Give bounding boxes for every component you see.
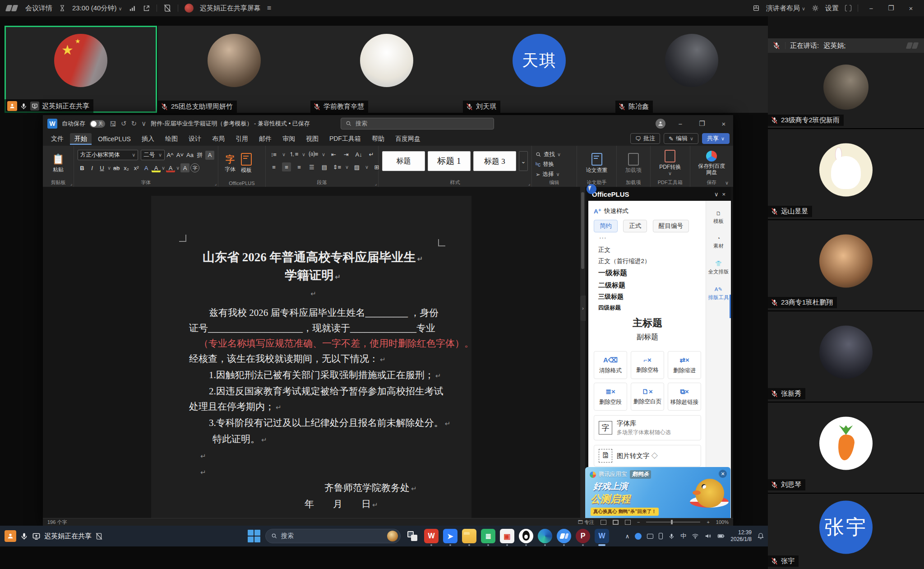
participant-tile[interactable]: 25团总支助理周妍竹 xyxy=(158,26,310,113)
pane-close-icon[interactable]: × xyxy=(722,191,725,198)
tab-baidu-pan[interactable]: 百度网盘 xyxy=(391,133,425,145)
dialog-launcher-icon[interactable]: ⌟ xyxy=(215,181,217,186)
participant-tile[interactable]: 学前教育辛慧 xyxy=(310,26,463,113)
mail-tray-icon[interactable] xyxy=(647,534,653,539)
focus-mode-button[interactable]: 🗔 专注 xyxy=(578,519,594,526)
docs-app-icon[interactable]: ➤ xyxy=(443,529,457,543)
font-library-card[interactable]: 字 字体库 多场景字体素材随心选 xyxy=(594,415,701,440)
bold-button[interactable]: B xyxy=(78,163,87,172)
word-app-icon[interactable]: W xyxy=(595,529,609,543)
start-button[interactable] xyxy=(247,529,261,543)
officeplus-template-button[interactable]: 模板 xyxy=(238,148,254,178)
rail-layout-tools-button[interactable]: A✎排版工具 xyxy=(708,286,729,301)
char-shading-button[interactable]: A xyxy=(180,163,189,172)
select-button[interactable]: ➢ 选择 ∨ xyxy=(536,171,573,178)
officeplus-font-button[interactable]: 字 字体 xyxy=(222,148,238,178)
rail-template-button[interactable]: 🗋模板 xyxy=(713,211,724,225)
underline-button[interactable]: U xyxy=(97,163,106,172)
chevron-down-icon[interactable]: ∨ xyxy=(141,120,146,128)
style-item-h2[interactable]: 二级标题 xyxy=(594,278,701,290)
style-heading1[interactable]: 标题 1 xyxy=(428,151,471,171)
style-item-body-indent[interactable]: 正文（首行缩进2） xyxy=(594,254,701,265)
pane-collapse-icon[interactable]: ∨ xyxy=(714,191,719,198)
speaker-layout-button[interactable]: 演讲者布局 ∨ xyxy=(766,4,805,13)
bullets-button[interactable]: ⁝≡ xyxy=(269,150,278,159)
style-normal[interactable]: 标题 xyxy=(382,151,425,171)
tab-references[interactable]: 引用 xyxy=(231,133,253,145)
find-button[interactable]: 查找 ∨ xyxy=(536,151,573,158)
mic-tray-icon[interactable] xyxy=(668,533,675,540)
decrease-indent-button[interactable]: ⇤ xyxy=(329,150,338,159)
tab-help[interactable]: 帮助 xyxy=(367,133,389,145)
clock[interactable]: 12:39 2026/1/8 xyxy=(730,529,752,543)
participant-tile[interactable]: 张新秀 xyxy=(768,311,924,402)
preset-numbered[interactable]: 醒目编号 xyxy=(653,220,689,232)
print-layout-icon[interactable] xyxy=(613,520,619,525)
ad-close-icon[interactable]: ✕ xyxy=(719,470,727,478)
word-count[interactable]: 196 个字 xyxy=(47,519,67,526)
italic-button[interactable]: I xyxy=(88,163,97,172)
tab-design[interactable]: 设计 xyxy=(184,133,206,145)
autosave-toggle[interactable]: 关 xyxy=(90,120,105,128)
paper-check-button[interactable]: 论文查重 xyxy=(581,148,613,178)
phone-link-icon[interactable] xyxy=(659,533,663,539)
tab-officeplus[interactable]: OfficePLUS xyxy=(93,134,135,144)
subscript-button[interactable]: x₂ xyxy=(122,163,131,172)
rail-assets-button[interactable]: ◔素材 xyxy=(713,236,724,250)
participant-tile[interactable]: 刘思琴 xyxy=(768,402,924,494)
word-minimize-button[interactable]: − xyxy=(674,120,687,128)
collapse-ribbon-icon[interactable]: ∨ xyxy=(725,180,729,186)
notifications-bell-icon[interactable] xyxy=(757,532,764,540)
read-mode-icon[interactable] xyxy=(601,520,606,525)
preset-more[interactable]: ··· xyxy=(594,232,612,243)
network-signal-icon[interactable] xyxy=(129,5,136,12)
file-explorer-icon[interactable] xyxy=(462,529,476,543)
participant-tile[interactable]: 23商专1班杜鹏翔 xyxy=(768,220,924,311)
comments-button[interactable]: 🗨 批注 xyxy=(630,133,660,144)
screen-share-icon[interactable] xyxy=(32,532,41,541)
wps-app-icon[interactable]: W xyxy=(424,529,439,543)
numbering-button[interactable]: ⒈≡ xyxy=(289,150,298,159)
settings-button[interactable]: 设置 xyxy=(825,4,839,13)
tab-home[interactable]: 开始 xyxy=(70,133,92,145)
participant-tile[interactable]: 陈冶鑫 xyxy=(615,26,768,113)
red-app-icon[interactable]: P xyxy=(576,529,590,543)
style-item-body[interactable]: 正文 xyxy=(594,243,701,254)
sort-button[interactable]: A↓ xyxy=(354,150,363,159)
recording-off-icon[interactable] xyxy=(163,4,171,12)
multilevel-list-button[interactable]: ⒜≡ xyxy=(309,150,318,159)
redo-icon[interactable]: ↻ xyxy=(131,120,137,128)
remove-indent-button[interactable]: ⇄×删除缩进 xyxy=(668,351,701,379)
show-marks-button[interactable]: ↵ xyxy=(367,150,376,159)
strikethrough-button[interactable]: ab xyxy=(112,163,121,172)
maximize-button[interactable]: ❐ xyxy=(884,4,898,12)
tab-mailings[interactable]: 邮件 xyxy=(254,133,276,145)
grow-font-button[interactable]: A^ xyxy=(166,151,175,160)
editing-mode-button[interactable]: ✎ 编辑 ∨ xyxy=(664,133,698,144)
clear-format-button[interactable]: 拼 xyxy=(195,151,204,160)
word-restore-button[interactable]: ❐ xyxy=(695,120,709,128)
task-view-button[interactable] xyxy=(405,529,420,543)
preset-simple[interactable]: 简约 xyxy=(594,220,618,232)
meeting-details-button[interactable]: 会议详情 xyxy=(25,4,52,13)
word-close-button[interactable]: × xyxy=(717,120,730,128)
notes-app-icon[interactable]: ≣ xyxy=(481,529,495,543)
ime-indicator[interactable]: 中 xyxy=(680,532,686,540)
pdf-convert-button[interactable]: PDF转换 ∨ xyxy=(654,148,686,178)
justify-button[interactable]: ☰ xyxy=(307,162,316,171)
clipboard-app-icon[interactable]: ▣ xyxy=(500,529,514,543)
open-in-window-icon[interactable] xyxy=(143,5,150,12)
sharing-list-icon[interactable]: ≡ xyxy=(267,4,271,12)
document-page[interactable]: 山东省 2026 年普通高校专科应届毕业生↵ 学籍证明↵ ↵ 兹有我校 2026… xyxy=(151,196,471,518)
minimize-button[interactable]: − xyxy=(864,5,878,12)
dialog-launcher-icon[interactable]: ⌟ xyxy=(70,181,72,186)
style-item-h1[interactable]: 一级标题 xyxy=(594,265,701,278)
zoom-out-icon[interactable]: − xyxy=(637,519,640,525)
shading-button[interactable]: ▨ xyxy=(352,162,361,171)
remove-hyperlinks-button[interactable]: ⧉×移除超链接 xyxy=(668,383,701,411)
dialog-launcher-icon[interactable]: ⌟ xyxy=(375,181,377,186)
cloud-tray-icon[interactable] xyxy=(635,533,642,540)
style-item-h4[interactable]: 四级标题 xyxy=(594,301,701,312)
zoom-slider-thumb[interactable] xyxy=(671,520,673,524)
shrink-font-button[interactable]: A˅ xyxy=(176,151,185,160)
